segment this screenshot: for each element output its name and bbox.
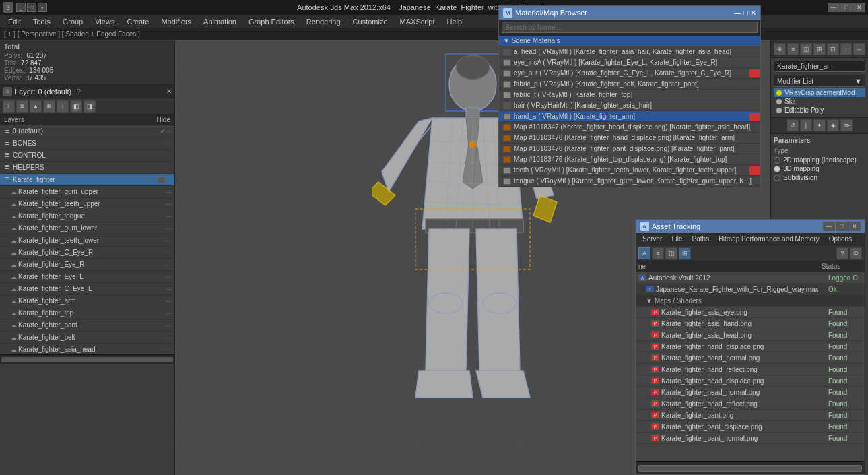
rp-btn4[interactable]: ⊞ bbox=[813, 43, 826, 55]
menu-rendering[interactable]: Rendering bbox=[301, 16, 346, 27]
window-controls[interactable]: — □ ✕ bbox=[828, 3, 865, 12]
layer-row-teeth-lower[interactable]: ☁ Karate_fighter_teeth_lower — bbox=[0, 234, 174, 247]
layer-option2-btn[interactable]: ◨ bbox=[84, 100, 96, 113]
mat-item-fabrict[interactable]: fabric_t ( VRayMtl ) [Karate_fighter_top… bbox=[499, 90, 760, 100]
asset-row-hand-norm[interactable]: P Karate_fighter_hand_normal.png Found bbox=[636, 352, 865, 364]
asset-row-maps-section[interactable]: ▼ Maps / Shaders bbox=[636, 295, 865, 307]
asset-row-hand-refl[interactable]: P Karate_fighter_hand_reflect.png Found bbox=[636, 364, 865, 375]
param-row-2d[interactable]: 2D mapping (landscape) bbox=[774, 156, 865, 164]
layer-row-eye-r[interactable]: ☁ Karate_fighter_Eye_R — bbox=[0, 259, 174, 271]
mat-item-eyeout[interactable]: eye_out ( VRayMtl ) [Karate_fighter_C_Ey… bbox=[499, 68, 760, 79]
menu-views[interactable]: Views bbox=[90, 16, 120, 27]
layer-checkbox-karate[interactable] bbox=[158, 177, 166, 183]
maximize-btn[interactable]: ▪ bbox=[38, 3, 47, 12]
asset-tb-btn1[interactable]: A bbox=[638, 247, 650, 259]
layer-delete-btn[interactable]: ✕ bbox=[16, 100, 28, 113]
param-row-subdiv[interactable]: Subdivision bbox=[774, 174, 865, 181]
asset-menu-options[interactable]: Options bbox=[825, 234, 856, 243]
asset-close-btn[interactable]: ✕ bbox=[848, 222, 861, 231]
menu-help[interactable]: Help bbox=[442, 16, 468, 27]
menu-modifiers[interactable]: Modifiers bbox=[156, 16, 197, 27]
layer-row-belt[interactable]: ☁ Karate_fighter_belt — bbox=[0, 331, 174, 344]
menu-tools[interactable]: Tools bbox=[28, 16, 56, 27]
layer-add-btn[interactable]: + bbox=[3, 100, 15, 113]
mat-item-ahead[interactable]: a_head ( VRayMtl ) [Karate_fighter_asia_… bbox=[499, 46, 760, 57]
asset-row-hd-refl[interactable]: P Karate_fighter_head_reflect.png Found bbox=[636, 398, 865, 410]
rp-btn5[interactable]: ⊡ bbox=[827, 43, 839, 55]
param-row-3d[interactable]: 3D mapping bbox=[774, 165, 865, 172]
layer-row-tongue[interactable]: ☁ Karate_fighter_tongue — bbox=[0, 210, 174, 222]
layer-row-karate-fighter[interactable]: ☰ Karate_fighter — bbox=[0, 174, 174, 186]
asset-row-hand-disp[interactable]: P Karate_fighter_hand_displace.png Found bbox=[636, 341, 865, 352]
asset-maximize-btn[interactable]: □ bbox=[836, 222, 848, 231]
mod-icon4[interactable]: ◈ bbox=[827, 119, 839, 131]
menu-graph-editors[interactable]: Graph Editors bbox=[243, 16, 300, 27]
asset-minimize-btn[interactable]: — bbox=[823, 222, 835, 231]
layer-row-eye-l[interactable]: ☁ Karate_fighter_Eye_L — bbox=[0, 271, 174, 283]
radio-2d[interactable] bbox=[774, 157, 780, 164]
layer-move-up-btn[interactable]: ▲ bbox=[30, 100, 42, 113]
mat-item-map1[interactable]: Map #1018347 (Karate_fighter_head_displa… bbox=[499, 122, 760, 133]
restore-btn[interactable]: □ bbox=[27, 3, 36, 12]
title-bar-controls[interactable]: _ □ ▪ bbox=[16, 3, 47, 12]
rp-btn7[interactable]: ↔ bbox=[853, 43, 865, 55]
layer-row-gum-lower[interactable]: ☁ Karate_fighter_gum_lower — bbox=[0, 222, 174, 234]
win-maximize[interactable]: □ bbox=[840, 3, 853, 12]
mod-icon2[interactable]: | bbox=[800, 119, 812, 131]
win-minimize[interactable]: — bbox=[828, 3, 840, 12]
mat-item-hair[interactable]: hair ( VRayHairMtl ) [Karate_fighter_asi… bbox=[499, 100, 760, 111]
asset-row-hand-png[interactable]: P Karate_fighter_asia_hand.png Found bbox=[636, 318, 865, 329]
mod-icon5[interactable]: ≫ bbox=[840, 119, 853, 131]
layer-row-pant[interactable]: ☁ Karate_fighter_pant — bbox=[0, 319, 174, 331]
mat-search-input[interactable] bbox=[502, 22, 758, 33]
rp-btn6[interactable]: ↕ bbox=[840, 43, 853, 55]
layer-row-asia-head[interactable]: ☁ Karate_fighter_asia_head — bbox=[0, 344, 174, 354]
asset-tb-help[interactable]: ? bbox=[836, 247, 848, 259]
asset-row-hd-disp[interactable]: P Karate_fighter_head_displace.png Found bbox=[636, 375, 865, 387]
layer-row-c-eye-r[interactable]: ☁ Karate_fighter_C_Eye_R — bbox=[0, 247, 174, 259]
asset-row-eye-png[interactable]: P Karate_fighter_asia_eye.png Found bbox=[636, 307, 865, 318]
layer-unfold-btn[interactable]: ↕ bbox=[57, 100, 69, 113]
asset-menu-file[interactable]: File bbox=[667, 234, 686, 243]
asset-tb-btn3[interactable]: ◫ bbox=[665, 247, 677, 259]
menu-animation[interactable]: Animation bbox=[198, 16, 242, 27]
mat-item-tongue[interactable]: tongue ( VRayMtl ) [Karate_fighter_gum_l… bbox=[499, 176, 760, 187]
layer-row-control[interactable]: ☰ CONTROL — bbox=[0, 150, 174, 162]
layer-row-c-eye-l[interactable]: ☁ Karate_fighter_C_Eye_L — bbox=[0, 283, 174, 295]
mat-item-handa[interactable]: hand_a ( VRayMtl ) [Karate_fighter_arm] bbox=[499, 111, 760, 122]
asset-tb-settings[interactable]: ⚙ bbox=[850, 247, 862, 259]
asset-win-controls[interactable]: — □ ✕ bbox=[823, 222, 861, 231]
minimize-btn[interactable]: _ bbox=[16, 3, 26, 12]
menu-maxscript[interactable]: MAXScript bbox=[395, 16, 440, 27]
layer-row-teeth-upper[interactable]: ☁ Karate_fighter_teeth_upper — bbox=[0, 198, 174, 210]
mat-close-btn[interactable]: — □ ✕ bbox=[734, 9, 756, 18]
menu-create[interactable]: Create bbox=[121, 16, 154, 27]
modifier-list-header[interactable]: Modifier List ▼ bbox=[774, 75, 865, 87]
asset-h-scrollbar[interactable] bbox=[638, 465, 862, 472]
mat-item-eyeinsa[interactable]: eye_insA ( VRayMtl ) [Karate_fighter_Eye… bbox=[499, 57, 760, 68]
asset-menu-server[interactable]: Server bbox=[638, 234, 666, 243]
asset-menu-paths[interactable]: Paths bbox=[688, 234, 714, 243]
asset-row-head-png[interactable]: P Karate_fighter_asia_head.png Found bbox=[636, 329, 865, 341]
radio-3d[interactable] bbox=[774, 166, 780, 172]
layer-freeze-btn[interactable]: ❄ bbox=[43, 100, 55, 113]
mat-item-map2[interactable]: Map #10183476 (Karate_fighter_hand_displ… bbox=[499, 133, 760, 144]
asset-row-vault[interactable]: A Autodesk Vault 2012 Logged O bbox=[636, 272, 865, 284]
layer-row-bones[interactable]: ☰ BONES — bbox=[0, 137, 174, 150]
mat-item-fabricp[interactable]: fabric_p ( VRayMtl ) [Karate_fighter_bel… bbox=[499, 79, 760, 90]
layer-row-default[interactable]: ☰ 0 (default) ✓ — bbox=[0, 125, 174, 137]
asset-row-pant-disp[interactable]: P Karate_fighter_pant_displace.png Found bbox=[636, 421, 865, 433]
asset-tb-btn4[interactable]: ⊞ bbox=[679, 247, 691, 259]
layer-help[interactable]: ? bbox=[77, 88, 81, 96]
modifier-item-skin[interactable]: Skin bbox=[774, 97, 865, 106]
mat-item-map4[interactable]: Map #10183476 (Karate_fighter_top_displa… bbox=[499, 154, 760, 165]
asset-row-pant-norm[interactable]: P Karate_fighter_pant_normal.png Found bbox=[636, 433, 865, 444]
asset-menu-bitmap-perf[interactable]: Bitmap Performance and Memory bbox=[714, 234, 824, 243]
radio-subdiv[interactable] bbox=[774, 175, 780, 181]
asset-row-pant-png[interactable]: P Karate_fighter_pant.png Found bbox=[636, 410, 865, 421]
mod-icon3[interactable]: ✦ bbox=[813, 119, 826, 131]
rp-btn1[interactable]: ⊕ bbox=[774, 43, 786, 55]
mat-item-teeth[interactable]: teeth ( VRayMtl ) [Karate_fighter_teeth_… bbox=[499, 165, 760, 176]
layer-close-btn[interactable]: ✕ bbox=[166, 88, 172, 95]
win-close[interactable]: ✕ bbox=[853, 3, 865, 12]
